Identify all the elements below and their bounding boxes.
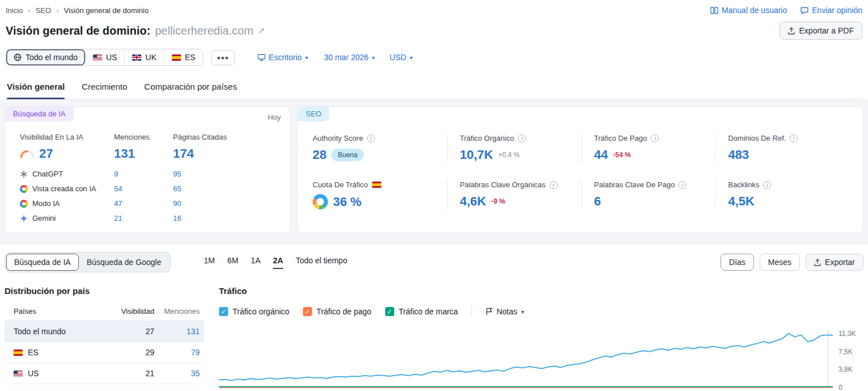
chevron-down-icon: ▾	[410, 54, 412, 61]
checkbox-checked-icon: ✓	[219, 307, 228, 316]
range-all-time-button[interactable]: Todo el tiempo	[296, 256, 347, 269]
external-link-icon[interactable]: ↗	[258, 26, 266, 36]
range-1y-button[interactable]: 1A	[251, 256, 260, 269]
ai-mentions-link[interactable]: 21	[114, 214, 173, 222]
metric-paid-traffic: Tráfico De Pago i 44 -54 %	[581, 134, 715, 162]
mentions-link[interactable]: 131	[154, 327, 200, 336]
source-google-button[interactable]: Búsqueda de Google	[79, 254, 170, 271]
info-icon[interactable]: i	[679, 181, 686, 189]
range-2y-button[interactable]: 2A	[273, 256, 283, 269]
currency-dropdown[interactable]: USD ▾	[390, 53, 413, 62]
table-row-uk[interactable]: UK 18 12	[5, 384, 204, 391]
export-pdf-label: Exportar a PDF	[799, 26, 854, 35]
country-table-header: Países Visibilidad Menciones	[5, 305, 204, 321]
mentions-link[interactable]: 79	[154, 348, 200, 357]
breadcrumb: Inicio › SEO › Visión general de dominio	[6, 6, 149, 15]
geo-us-button[interactable]: US	[86, 49, 125, 65]
granularity-months-button[interactable]: Meses	[760, 254, 800, 271]
tab-comparacion-paises[interactable]: Comparación por países	[144, 78, 237, 99]
ai-pages-link[interactable]: 16	[173, 214, 279, 222]
y-axis-label: 0	[838, 384, 842, 391]
device-dropdown[interactable]: Escritorio ▾	[258, 53, 308, 62]
google-icon	[20, 185, 28, 193]
country-panel-title: Distribución por país	[5, 286, 204, 296]
granularity-days-button[interactable]: Días	[720, 254, 754, 271]
breadcrumb-inicio[interactable]: Inicio	[6, 6, 23, 15]
table-row-us[interactable]: US 21 35	[5, 363, 204, 384]
page-title-text: Visión general de dominio:	[6, 24, 150, 37]
export-button[interactable]: Exportar	[806, 254, 863, 271]
table-row-worldwide[interactable]: Todo el mundo 27 131	[5, 321, 204, 342]
traffic-chart[interactable]: jul 2024oct 2024ene 2025abr 2025jul 2025…	[219, 325, 863, 391]
ai-pages-link[interactable]: 90	[173, 199, 279, 208]
ai-visibility-value: 27	[20, 146, 114, 161]
metric-value-link[interactable]: 44	[594, 148, 608, 162]
notes-dropdown[interactable]: Notas ▾	[486, 307, 524, 316]
feedback-bubble-icon	[800, 7, 808, 14]
more-countries-button[interactable]: ●●●	[211, 50, 234, 65]
metric-delta: +0,4 %	[498, 151, 520, 159]
traffic-chart-svg[interactable]	[219, 325, 833, 389]
y-axis-label: 11,3K	[838, 330, 856, 338]
tab-crecimiento[interactable]: Crecimiento	[82, 78, 127, 99]
metric-label: Authority Score	[313, 134, 363, 142]
ai-pages-link[interactable]: 65	[173, 184, 279, 193]
period-label: Hoy	[268, 113, 281, 121]
ai-mentions-link[interactable]: 9	[114, 170, 173, 178]
legend-paid-checkbox[interactable]: ✓ Tráfico de pago	[303, 307, 372, 316]
info-icon[interactable]: i	[763, 181, 771, 189]
metric-value-link[interactable]: 483	[728, 148, 749, 162]
user-manual-label: Manual de usuario	[722, 6, 787, 15]
metric-value-link[interactable]: 4,6K	[460, 194, 486, 209]
send-feedback-link[interactable]: Enviar opinión	[800, 6, 862, 15]
google-icon	[20, 200, 28, 208]
es-flag-icon	[172, 54, 181, 61]
metric-value: 36 %	[333, 195, 361, 209]
export-icon	[788, 27, 795, 35]
info-icon[interactable]: i	[790, 134, 798, 142]
filter-bar: Todo el mundo US UK ES ●●● Escritori	[6, 49, 862, 66]
ai-engine-list: ChatGPT 9 95 Vista creada con IA 54 65	[20, 170, 279, 222]
ai-row-ai-overview: Vista creada con IA 54 65	[20, 184, 279, 193]
range-6m-button[interactable]: 6M	[227, 256, 238, 269]
metric-label: Palabras Clave Orgánicas	[460, 180, 546, 189]
legend-brand-checkbox[interactable]: ✓ Tráfico de marca	[385, 307, 458, 316]
date-dropdown[interactable]: 30 mar 2026 ▾	[324, 53, 375, 62]
table-row-es[interactable]: ES 29 79	[5, 342, 204, 363]
user-manual-link[interactable]: Manual de usuario	[710, 6, 787, 15]
source-ai-button[interactable]: Búsqueda de IA	[6, 254, 79, 271]
country-name: Todo el mundo	[14, 327, 66, 336]
ai-pages-link[interactable]: 95	[173, 170, 279, 178]
ai-mentions-link[interactable]: 54	[114, 184, 173, 193]
tab-vision-general[interactable]: Visión general	[7, 78, 65, 99]
metric-value-link[interactable]: 4,5K	[728, 194, 755, 209]
info-icon[interactable]: i	[651, 134, 659, 142]
ai-search-badge: Búsqueda de IA	[5, 107, 74, 121]
legend-label: Tráfico de marca	[399, 307, 458, 316]
source-toggle: Búsqueda de IA Búsqueda de Google	[5, 252, 171, 272]
send-feedback-label: Enviar opinión	[812, 6, 862, 15]
chart-legend: ✓ Tráfico orgánico ✓ Tráfico de pago ✓ T…	[219, 306, 863, 317]
export-pdf-button[interactable]: Exportar a PDF	[779, 22, 862, 40]
info-icon[interactable]: i	[550, 181, 558, 189]
currency-dropdown-label: USD	[390, 53, 407, 62]
info-icon[interactable]: i	[367, 134, 375, 142]
metric-organic-keywords: Palabras Clave Orgánicas i 4,6K -9 %	[447, 180, 582, 209]
mentions-link[interactable]: 35	[154, 369, 200, 378]
breadcrumb-separator-icon: ›	[56, 6, 58, 15]
ai-mentions-link[interactable]: 47	[114, 199, 173, 208]
us-flag-icon	[93, 54, 102, 61]
range-1m-button[interactable]: 1M	[204, 256, 214, 269]
metric-value-link[interactable]: 10,7K	[460, 148, 494, 162]
seo-card: SEO Authority Score i 28 Buena Tráfico O…	[297, 106, 863, 233]
legend-label: Tráfico de pago	[317, 307, 372, 316]
legend-organic-checkbox[interactable]: ✓ Tráfico orgánico	[219, 307, 289, 316]
visibility-value: 27	[115, 327, 154, 336]
geo-worldwide-button[interactable]: Todo el mundo	[6, 49, 86, 65]
info-icon[interactable]: i	[518, 134, 526, 142]
metric-value-link[interactable]: 6	[594, 194, 601, 209]
geo-uk-button[interactable]: UK	[125, 49, 164, 65]
main-tabs: Visión general Crecimiento Comparación p…	[6, 78, 862, 99]
geo-es-button[interactable]: ES	[165, 49, 203, 65]
breadcrumb-seo[interactable]: SEO	[36, 6, 51, 15]
